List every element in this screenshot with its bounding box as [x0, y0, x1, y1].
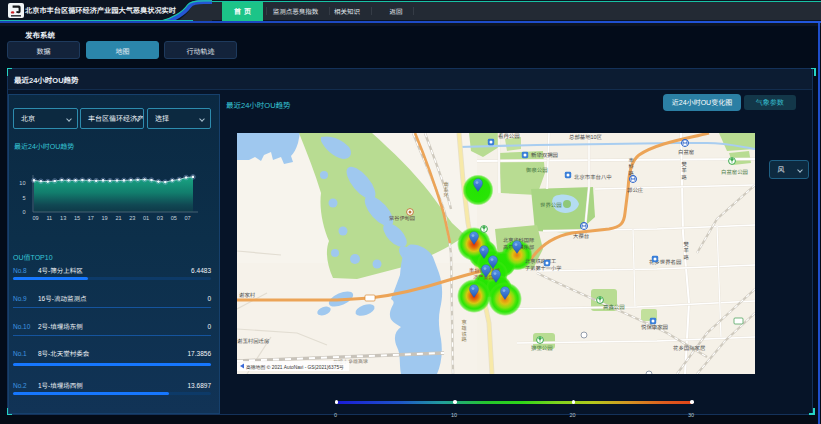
svg-text:丰科路: 丰科路: [627, 157, 634, 176]
svg-text:郭公庄: 郭公庄: [627, 186, 644, 194]
svg-text:新华双拥园: 新华双拥园: [531, 151, 558, 159]
svg-text:10: 10: [19, 179, 25, 187]
svg-text:15: 15: [74, 214, 80, 222]
svg-text:子弟第十一小学: 子弟第十一小学: [525, 264, 561, 271]
svg-text:谢家村: 谢家村: [239, 291, 256, 299]
svg-text:北京铁路职工: 北京铁路职工: [525, 257, 556, 264]
svg-text:京雄铁路: 京雄铁路: [460, 319, 467, 342]
svg-text:01: 01: [143, 214, 149, 222]
svg-text:19: 19: [101, 214, 107, 222]
svg-text:0: 0: [22, 208, 25, 216]
svg-text:17: 17: [88, 214, 94, 222]
svg-text:07: 07: [184, 214, 190, 222]
svg-text:世界公园: 世界公园: [540, 201, 562, 209]
svg-text:北京市丰台八中: 北京市丰台八中: [574, 173, 612, 181]
svg-text:13: 13: [60, 214, 66, 222]
svg-text:03: 03: [157, 214, 163, 222]
svg-text:总部基地10区: 总部基地10区: [569, 133, 603, 141]
svg-text:白盆窑: 白盆窑: [678, 148, 695, 156]
svg-text:樊羊路: 樊羊路: [680, 161, 687, 180]
svg-text:谢玉村回迁房: 谢玉村回迁房: [237, 337, 269, 345]
svg-text:狼垡公园: 狼垡公园: [531, 344, 553, 352]
svg-text:5: 5: [22, 194, 25, 202]
svg-text:悦保康家园: 悦保康家园: [641, 323, 668, 331]
svg-text:高鑫公园: 高鑫公园: [603, 303, 625, 311]
svg-text:花乡国际家居: 花乡国际家居: [673, 344, 706, 352]
svg-text:09: 09: [32, 214, 38, 222]
svg-text:御泉公园: 御泉公园: [526, 166, 548, 174]
svg-text:05: 05: [171, 214, 177, 222]
svg-text:高德地图 © 2021 AutoNavi - GS(2021: 高德地图 © 2021 AutoNavi - GS(2021)6375号: [246, 363, 344, 370]
svg-text:11: 11: [46, 214, 52, 222]
svg-text:21: 21: [115, 214, 121, 222]
svg-text:大葆台: 大葆台: [573, 232, 589, 240]
svg-text:济产业园: 济产业园: [473, 273, 494, 280]
svg-text:樊羊路: 樊羊路: [682, 241, 689, 260]
svg-text:白盆窑公园: 白盆窑公园: [721, 168, 748, 176]
svg-text:南五环: 南五环: [443, 181, 450, 198]
svg-text:看丹公园: 看丹公园: [498, 133, 520, 140]
svg-text:23: 23: [129, 214, 135, 222]
